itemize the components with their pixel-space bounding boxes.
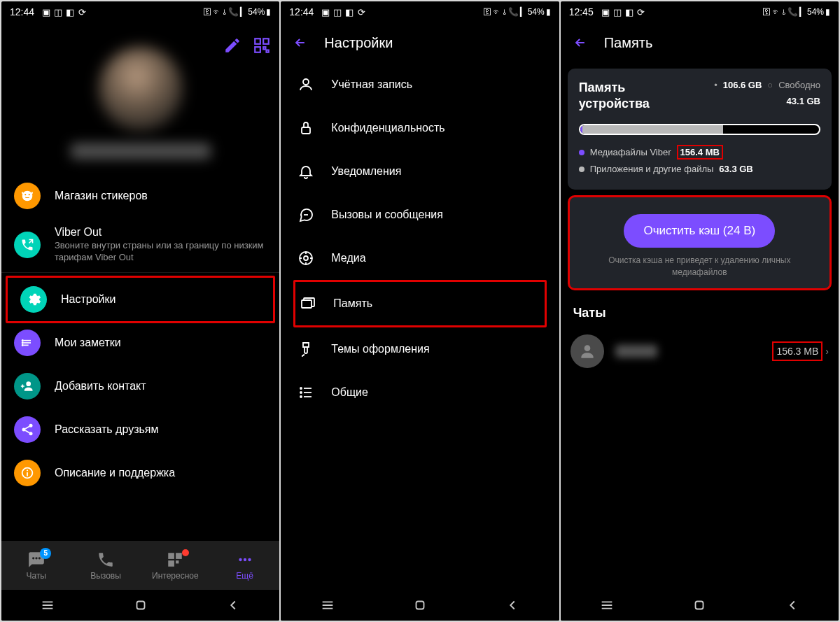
chat-list-item[interactable]: 156.3 MB › [570, 334, 829, 368]
screen-more: 12:44 ▣◫◧⟳ ⚿ᯤ⫰📞▎54%▮ Магазин стикеров [1, 1, 279, 621]
phone-out-icon [14, 232, 41, 258]
recents-button[interactable] [40, 598, 55, 613]
svg-point-23 [32, 557, 34, 559]
media-icon [298, 250, 314, 267]
back-button[interactable] [225, 598, 241, 613]
svg-rect-3 [263, 47, 265, 49]
svg-point-15 [29, 424, 33, 427]
menu-label: Магазин стикеров [55, 190, 267, 202]
chevron-right-icon: › [825, 346, 829, 357]
settings-themes[interactable]: Темы оформления [281, 327, 559, 371]
page-title: Память [604, 35, 653, 51]
svg-point-24 [35, 557, 37, 559]
svg-rect-27 [176, 553, 182, 559]
avatar[interactable] [99, 47, 183, 131]
back-button[interactable] [785, 598, 800, 613]
info-icon [14, 460, 41, 486]
status-indicator-icons: ▣◫◧⟳ [321, 7, 366, 17]
list-icon [298, 384, 314, 401]
settings-media[interactable]: Медиа [281, 236, 559, 280]
highlight-settings: Настройки [6, 276, 275, 323]
status-bar: 12:44 ▣◫◧⟳ ⚿ᯤ⫰📞▎54%▮ [281, 1, 559, 22]
recents-button[interactable] [599, 598, 615, 613]
clear-cache-note: Очистка кэша не приведет к удалению личн… [581, 255, 818, 278]
tab-calls[interactable]: Вызовы [71, 551, 140, 581]
tab-chats[interactable]: 5 Чаты [1, 551, 71, 581]
gear-icon [20, 286, 47, 313]
profile-area [1, 22, 279, 159]
svg-point-5 [22, 191, 33, 202]
chat-name [615, 345, 657, 358]
storage-progress [579, 124, 820, 135]
svg-point-17 [29, 432, 33, 435]
tab-explore[interactable]: Интересное [141, 551, 210, 581]
svg-rect-4 [267, 50, 269, 52]
menu-viberout[interactable]: Viber Out Звоните внутри страны или за г… [1, 218, 279, 272]
home-button[interactable] [412, 598, 428, 613]
menu-add-contact[interactable]: Добавить контакт [1, 365, 279, 408]
settings-privacy[interactable]: Конфиденциальность [281, 106, 559, 150]
legend-apps: Приложения и другие файлы 63.3 GB [579, 164, 820, 174]
storage-stats: •106.6 GB ○Свободно 43.1 GB [688, 80, 820, 106]
android-nav [1, 590, 279, 621]
clock: 12:44 [10, 6, 34, 17]
edit-icon[interactable] [223, 36, 241, 55]
screen-settings: 12:44 ▣◫◧⟳ ⚿ᯤ⫰📞▎54%▮ Настройки Учётная з… [281, 1, 559, 621]
menu-share[interactable]: Рассказать друзьям [1, 408, 279, 451]
explore-dot [182, 549, 189, 556]
clock: 12:44 [289, 6, 314, 17]
menu-help[interactable]: Описание и поддержка [1, 451, 279, 495]
back-icon[interactable] [573, 36, 587, 50]
menu-label: Viber Out [55, 226, 267, 239]
back-button[interactable] [505, 598, 520, 613]
settings-calls[interactable]: Вызовы и сообщения [281, 193, 559, 236]
bottom-tabs: 5 Чаты Вызовы Интересное Ещё [1, 541, 279, 590]
settings-storage[interactable]: Память [295, 282, 544, 325]
home-button[interactable] [133, 598, 148, 613]
settings-general[interactable]: Общие [281, 371, 559, 414]
menu-notes[interactable]: Мои заметки [1, 321, 279, 365]
tab-label: Ещё [236, 571, 253, 581]
menu-settings[interactable]: Настройки [8, 278, 273, 321]
svg-point-30 [239, 558, 241, 560]
clear-cache-button[interactable]: Очистить кэш (24 B) [624, 214, 775, 248]
settings-label: Медиа [331, 252, 365, 264]
tab-more[interactable]: Ещё [210, 551, 279, 581]
account-icon [298, 76, 314, 93]
status-bar: 12:44 ▣◫◧⟳ ⚿ᯤ⫰📞▎54%▮ [1, 1, 279, 22]
svg-rect-26 [169, 553, 175, 559]
svg-point-48 [300, 396, 302, 397]
svg-rect-52 [416, 602, 424, 609]
settings-label: Конфиденциальность [331, 122, 444, 134]
status-right-icons: ⚿ᯤ⫰📞▎54%▮ [203, 7, 271, 17]
settings-account[interactable]: Учётная запись [281, 63, 559, 106]
menu-stickers[interactable]: Магазин стикеров [1, 174, 279, 218]
settings-notifications[interactable]: Уведомления [281, 150, 559, 193]
svg-line-19 [25, 426, 29, 428]
tab-label: Вызовы [90, 571, 121, 581]
svg-rect-28 [169, 560, 175, 567]
chat-bubble-icon [298, 206, 314, 223]
recents-button[interactable] [320, 598, 335, 613]
viber-size: 156.4 MB [677, 145, 723, 160]
bell-icon [298, 163, 314, 180]
svg-rect-29 [176, 560, 178, 563]
menu-label: Описание и поддержка [55, 467, 267, 479]
svg-rect-57 [696, 602, 704, 609]
svg-point-7 [29, 194, 30, 195]
notes-icon [14, 330, 41, 356]
app-header: Память [561, 22, 839, 63]
svg-point-32 [248, 558, 251, 560]
chats-section: Чаты 156.3 MB › [561, 296, 839, 378]
status-indicator-icons: ▣◫◧⟳ [41, 7, 87, 17]
qr-icon[interactable] [253, 36, 271, 55]
svg-rect-0 [255, 38, 261, 44]
page-title: Настройки [324, 35, 393, 51]
tab-label: Чаты [26, 571, 46, 581]
home-button[interactable] [692, 598, 707, 613]
back-icon[interactable] [293, 36, 307, 50]
svg-rect-1 [263, 38, 269, 44]
tab-label: Интересное [152, 571, 199, 581]
share-icon [14, 416, 41, 443]
svg-point-12 [22, 342, 24, 344]
